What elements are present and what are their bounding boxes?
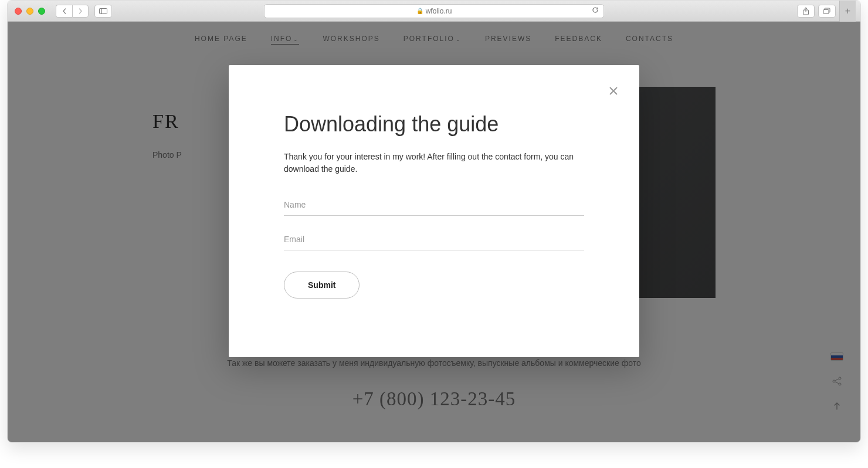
traffic-lights [15, 8, 45, 15]
new-tab-button[interactable]: + [839, 1, 856, 22]
browser-window: 🔒 wfolio.ru + HOME PAGE INFO⌄ WORKSHOPS … [7, 0, 861, 443]
lock-icon: 🔒 [416, 8, 423, 14]
url-text: wfolio.ru [426, 7, 452, 15]
svg-rect-4 [823, 9, 829, 13]
maximize-window-icon[interactable] [38, 8, 45, 15]
svg-rect-0 [100, 8, 107, 13]
modal-close-button[interactable] [605, 83, 622, 99]
tabs-button[interactable] [818, 5, 836, 18]
title-bar-right: + [797, 1, 856, 22]
download-guide-modal: Downloading the guide Thank you for your… [229, 65, 639, 357]
back-button[interactable] [56, 5, 72, 18]
forward-button[interactable] [72, 5, 89, 18]
share-button[interactable] [797, 5, 815, 18]
name-input[interactable] [284, 192, 584, 216]
close-window-icon[interactable] [15, 8, 22, 15]
minimize-window-icon[interactable] [26, 8, 33, 15]
close-icon [608, 86, 619, 96]
modal-title: Downloading the guide [284, 112, 584, 137]
title-bar: 🔒 wfolio.ru + [8, 1, 860, 22]
submit-button[interactable]: Submit [284, 272, 360, 299]
reload-icon[interactable] [592, 6, 599, 15]
sidebar-toggle-button[interactable] [94, 5, 112, 18]
nav-buttons [56, 5, 89, 18]
modal-description: Thank you for your interest in my work! … [284, 151, 584, 175]
url-bar[interactable]: 🔒 wfolio.ru [264, 4, 604, 18]
email-input[interactable] [284, 226, 584, 250]
